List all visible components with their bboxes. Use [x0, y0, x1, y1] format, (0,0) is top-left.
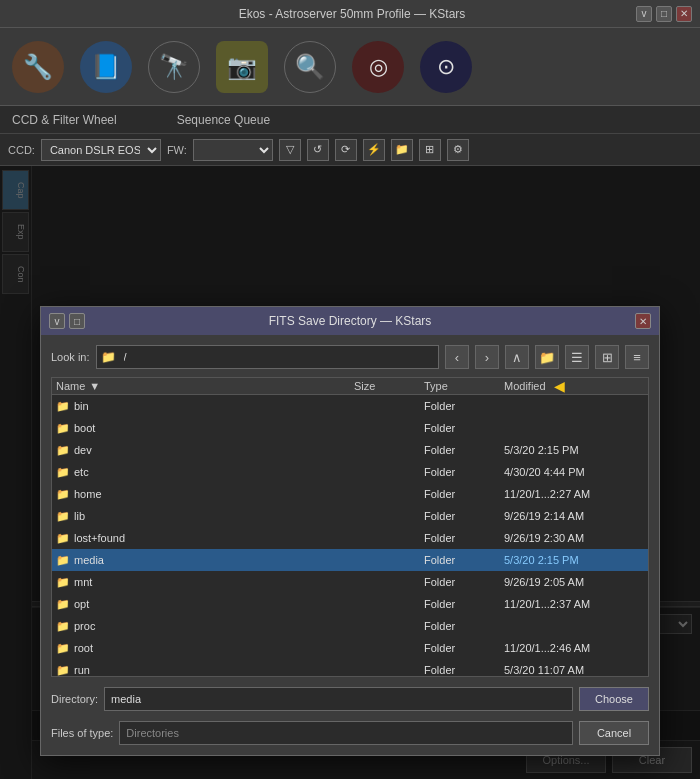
file-name-cell: 📁 root: [56, 642, 354, 655]
view-grid-btn[interactable]: ⊞: [595, 345, 619, 369]
file-row[interactable]: 📁 opt Folder 11/20/1...2:37 AM: [52, 593, 648, 615]
file-name-cell: 📁 dev: [56, 444, 354, 457]
file-row[interactable]: 📁 lost+found Folder 9/26/19 2:30 AM: [52, 527, 648, 549]
directory-input[interactable]: [104, 687, 573, 711]
filter-settings-btn[interactable]: ▽: [279, 139, 301, 161]
file-name-cell: 📁 media: [56, 554, 354, 567]
file-type-cell: Folder: [424, 664, 504, 676]
cancel-button[interactable]: Cancel: [579, 721, 649, 745]
dialog-close-btn[interactable]: ✕: [635, 313, 651, 329]
nav-back-btn[interactable]: ‹: [445, 345, 469, 369]
file-modified-cell: 9/26/19 2:30 AM: [504, 532, 644, 544]
refresh-btn[interactable]: ⟳: [335, 139, 357, 161]
folder-icon: 📁: [56, 532, 70, 545]
view-list-btn[interactable]: ☰: [565, 345, 589, 369]
file-type-cell: Folder: [424, 422, 504, 434]
file-row[interactable]: 📁 mnt Folder 9/26/19 2:05 AM: [52, 571, 648, 593]
file-type-cell: Folder: [424, 510, 504, 522]
maximize-button[interactable]: □: [656, 6, 672, 22]
file-row[interactable]: 📁 media Folder 5/3/20 2:15 PM: [52, 549, 648, 571]
wrench-icon[interactable]: 🔧: [12, 41, 64, 93]
minimize-button[interactable]: v: [636, 6, 652, 22]
connect-btn[interactable]: ⚡: [363, 139, 385, 161]
sync-btn[interactable]: ↺: [307, 139, 329, 161]
file-modified-cell: 9/26/19 2:14 AM: [504, 510, 644, 522]
bullseye-icon[interactable]: ◎: [352, 41, 404, 93]
sort-arrow-icon: ◀: [554, 378, 565, 394]
close-button[interactable]: ✕: [676, 6, 692, 22]
dialog-maximize-btn[interactable]: □: [69, 313, 85, 329]
file-type-cell: Folder: [424, 532, 504, 544]
file-row[interactable]: 📁 proc Folder: [52, 615, 648, 637]
fw-dropdown[interactable]: [193, 139, 273, 161]
settings-btn[interactable]: ⚙: [447, 139, 469, 161]
target-icon[interactable]: 🔍: [284, 41, 336, 93]
folder-icon: 📁: [56, 576, 70, 589]
file-type-cell: Folder: [424, 620, 504, 632]
nav-up-btn[interactable]: ∧: [505, 345, 529, 369]
folder-nav-icon: 📁: [101, 350, 116, 364]
files-of-type-input[interactable]: [119, 721, 573, 745]
ccd-label: CCD:: [8, 144, 35, 156]
book-icon[interactable]: 📘: [80, 41, 132, 93]
file-type-cell: Folder: [424, 488, 504, 500]
file-modified-cell: 11/20/1...2:46 AM: [504, 642, 644, 654]
file-type-cell: Folder: [424, 400, 504, 412]
look-in-label: Look in:: [51, 351, 90, 363]
file-row[interactable]: 📁 run Folder 5/3/20 11:07 AM: [52, 659, 648, 677]
folder-btn[interactable]: 📁: [391, 139, 413, 161]
sequence-queue-label: Sequence Queue: [177, 113, 270, 127]
file-name-cell: 📁 bin: [56, 400, 354, 413]
file-modified-cell: 5/3/20 11:07 AM: [504, 664, 644, 676]
fw-label: FW:: [167, 144, 187, 156]
dialog-title: FITS Save Directory — KStars: [109, 314, 591, 328]
file-list-container[interactable]: Name ▼ Size Type Modified ◀: [51, 377, 649, 677]
ccd-row: CCD: Canon DSLR EOS 6D FW: ▽ ↺ ⟳ ⚡ 📁 ⊞ ⚙: [0, 134, 700, 166]
file-modified-cell: 5/3/20 2:15 PM: [504, 554, 644, 566]
files-of-type-label: Files of type:: [51, 727, 113, 739]
nav-forward-btn[interactable]: ›: [475, 345, 499, 369]
donut-icon[interactable]: ⊙: [420, 41, 472, 93]
folder-icon: 📁: [56, 488, 70, 501]
file-row[interactable]: 📁 boot Folder: [52, 417, 648, 439]
file-name-cell: 📁 lib: [56, 510, 354, 523]
title-bar: Ekos - Astroserver 50mm Profile — KStars…: [0, 0, 700, 28]
file-row[interactable]: 📁 bin Folder: [52, 395, 648, 417]
ccd-dropdown[interactable]: Canon DSLR EOS 6D: [41, 139, 161, 161]
dialog-body: Look in: 📁 ‹ › ∧ 📁 ☰ ⊞ ≡: [41, 335, 659, 755]
folder-icon: 📁: [56, 510, 70, 523]
file-row[interactable]: 📁 home Folder 11/20/1...2:27 AM: [52, 483, 648, 505]
col-type-header[interactable]: Type: [424, 380, 504, 392]
scope-icon[interactable]: 🔭: [148, 41, 200, 93]
col-size-header[interactable]: Size: [354, 380, 424, 392]
dialog-minimize-btn[interactable]: v: [49, 313, 65, 329]
view-detail-btn[interactable]: ≡: [625, 345, 649, 369]
file-name-cell: 📁 lost+found: [56, 532, 354, 545]
choose-button[interactable]: Choose: [579, 687, 649, 711]
dialog-title-bar: v □ FITS Save Directory — KStars ✕: [41, 307, 659, 335]
file-name-cell: 📁 mnt: [56, 576, 354, 589]
file-modified-cell: 11/20/1...2:37 AM: [504, 598, 644, 610]
file-row[interactable]: 📁 root Folder 11/20/1...2:46 AM: [52, 637, 648, 659]
files-of-type-row: Files of type: Cancel: [51, 721, 649, 745]
look-in-input[interactable]: [118, 345, 434, 369]
fits-save-dialog: v □ FITS Save Directory — KStars ✕ Look …: [40, 306, 660, 756]
folder-icon: 📁: [56, 620, 70, 633]
folder-icon: 📁: [56, 422, 70, 435]
camera-icon[interactable]: 📷: [216, 41, 268, 93]
col-name-header[interactable]: Name ▼: [56, 380, 354, 392]
file-row[interactable]: 📁 etc Folder 4/30/20 4:44 PM: [52, 461, 648, 483]
grid-btn[interactable]: ⊞: [419, 139, 441, 161]
file-name-cell: 📁 home: [56, 488, 354, 501]
folder-icon: 📁: [56, 444, 70, 457]
file-row[interactable]: 📁 lib Folder 9/26/19 2:14 AM: [52, 505, 648, 527]
folder-icon: 📁: [56, 642, 70, 655]
file-row[interactable]: 📁 dev Folder 5/3/20 2:15 PM: [52, 439, 648, 461]
file-name-cell: 📁 boot: [56, 422, 354, 435]
col-modified-header[interactable]: Modified ◀: [504, 378, 644, 394]
file-modified-cell: 9/26/19 2:05 AM: [504, 576, 644, 588]
file-name-cell: 📁 opt: [56, 598, 354, 611]
look-in-row: Look in: 📁 ‹ › ∧ 📁 ☰ ⊞ ≡: [51, 345, 649, 369]
folder-icon: 📁: [56, 554, 70, 567]
new-folder-btn[interactable]: 📁: [535, 345, 559, 369]
